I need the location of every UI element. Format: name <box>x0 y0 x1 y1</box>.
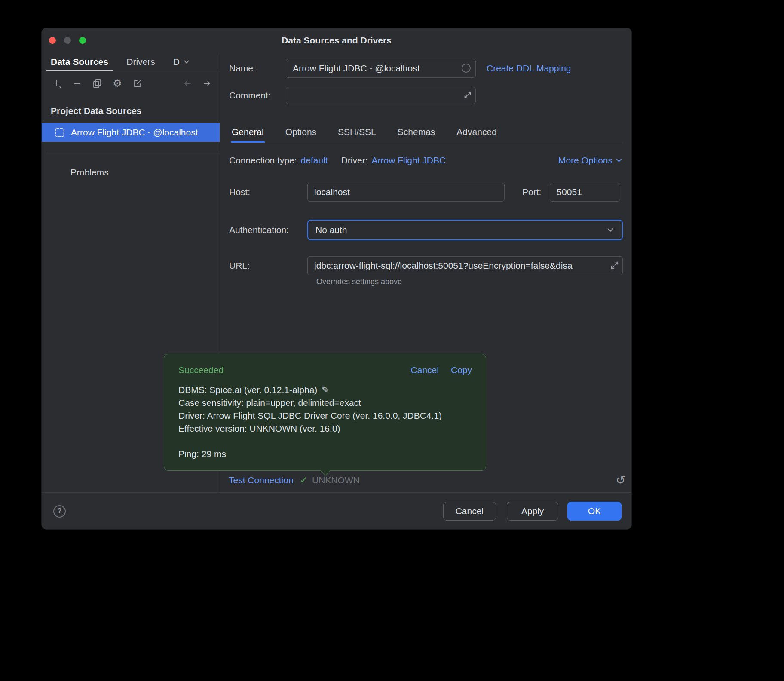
close-window-button[interactable] <box>49 37 56 44</box>
comment-input[interactable] <box>286 87 476 104</box>
dialog-footer: ? Cancel Apply OK <box>42 492 631 530</box>
popup-dbms-line: DBMS: Spice.ai (ver. 0.12.1-alpha) <box>178 383 317 396</box>
problems-item[interactable]: Problems <box>42 167 220 178</box>
host-label: Host: <box>229 187 307 197</box>
url-label: URL: <box>229 261 307 271</box>
connection-status-text: UNKNOWN <box>312 475 360 485</box>
add-datasource-button[interactable] <box>51 78 62 89</box>
url-hint: Overrides settings above <box>316 277 623 286</box>
apply-button[interactable]: Apply <box>507 502 558 521</box>
tab-drivers-label: Drivers <box>126 57 155 67</box>
authentication-value: No auth <box>315 225 347 235</box>
datasource-list-item-selected[interactable]: Arrow Flight JDBC - @localhost <box>42 123 220 142</box>
url-input[interactable] <box>307 256 623 275</box>
minimize-window-button[interactable] <box>64 37 71 44</box>
loading-circle-icon <box>462 64 471 73</box>
history-nav <box>182 78 213 89</box>
port-label: Port: <box>522 187 541 197</box>
ok-button[interactable]: OK <box>567 502 622 521</box>
forward-arrow-icon[interactable] <box>202 78 213 89</box>
tab-drivers[interactable]: Drivers <box>117 53 164 71</box>
popup-driver-line: Driver: Arrow Flight SQL JDBC Driver Cor… <box>178 409 472 422</box>
sidebar-divider <box>48 152 220 152</box>
test-connection-link[interactable]: Test Connection <box>229 475 294 485</box>
zoom-window-button[interactable] <box>79 37 86 44</box>
popup-status: Succeeded <box>178 365 224 375</box>
edit-pencil-icon[interactable]: ✎ <box>322 386 329 395</box>
comment-label: Comment: <box>229 90 286 101</box>
expand-icon[interactable] <box>610 261 619 270</box>
name-input[interactable] <box>286 59 476 78</box>
chevron-down-icon <box>615 156 623 164</box>
remove-datasource-button[interactable] <box>71 78 83 89</box>
tab-schemas[interactable]: Schemas <box>397 121 436 143</box>
cancel-button[interactable]: Cancel <box>443 502 496 521</box>
driver-value-link[interactable]: Arrow Flight JDBC <box>372 155 446 166</box>
chevron-down-icon <box>606 226 615 234</box>
data-sources-dialog: Data Sources and Drivers Data Sources Dr… <box>41 28 632 530</box>
datasource-icon <box>54 127 65 138</box>
export-icon[interactable] <box>132 78 143 89</box>
tab-ddl-mappings-label: D <box>173 57 180 67</box>
host-input[interactable] <box>307 183 505 202</box>
connection-type-value[interactable]: default <box>301 155 328 166</box>
more-options-button[interactable]: More Options <box>558 155 623 166</box>
popup-cancel-link[interactable]: Cancel <box>411 365 439 375</box>
back-arrow-icon[interactable] <box>182 78 193 89</box>
authentication-label: Authentication: <box>229 225 307 235</box>
popup-case-line: Case sensitivity: plain=upper, delimited… <box>178 396 472 409</box>
help-icon[interactable]: ? <box>53 505 66 518</box>
tab-general[interactable]: General <box>231 121 265 143</box>
authentication-select[interactable]: No auth <box>307 220 623 240</box>
tab-advanced[interactable]: Advanced <box>456 121 497 143</box>
create-ddl-mapping-link[interactable]: Create DDL Mapping <box>487 63 571 74</box>
tab-ssh-ssl[interactable]: SSH/SSL <box>337 121 377 143</box>
screen: { "window": { "title": "Data Sources and… <box>0 0 784 681</box>
popup-version-line: Effective version: UNKNOWN (ver. 16.0) <box>178 422 472 435</box>
tab-options[interactable]: Options <box>285 121 317 143</box>
title-bar: Data Sources and Drivers <box>42 28 631 53</box>
tab-data-sources-label: Data Sources <box>51 57 108 67</box>
undo-icon[interactable]: ↺ <box>616 473 625 487</box>
traffic-lights <box>49 37 86 44</box>
sidebar-toolbar: ⚙ <box>42 71 220 96</box>
driver-label: Driver: <box>341 155 368 166</box>
expand-icon[interactable] <box>463 91 472 99</box>
popup-copy-link[interactable]: Copy <box>451 365 472 375</box>
settings-tab-strip: General Options SSH/SSL Schemas Advanced <box>231 121 623 143</box>
name-label: Name: <box>229 63 286 74</box>
popup-ping-line: Ping: 29 ms <box>178 448 472 460</box>
sidebar-tab-strip: Data Sources Drivers D <box>42 53 220 71</box>
test-connection-popup: Succeeded Cancel Copy DBMS: Spice.ai (ve… <box>164 354 486 471</box>
datasource-item-label: Arrow Flight JDBC - @localhost <box>71 127 198 138</box>
tab-ddl-mappings[interactable]: D <box>164 53 199 71</box>
duplicate-icon[interactable] <box>92 78 103 89</box>
connection-type-label: Connection type: <box>229 155 297 166</box>
window-title: Data Sources and Drivers <box>282 35 392 46</box>
chevron-down-icon <box>183 58 190 66</box>
check-icon: ✓ <box>300 475 308 485</box>
gear-icon[interactable]: ⚙ <box>112 78 123 89</box>
project-data-sources-header: Project Data Sources <box>42 106 220 116</box>
port-input[interactable] <box>550 183 620 202</box>
tab-data-sources[interactable]: Data Sources <box>42 53 117 71</box>
